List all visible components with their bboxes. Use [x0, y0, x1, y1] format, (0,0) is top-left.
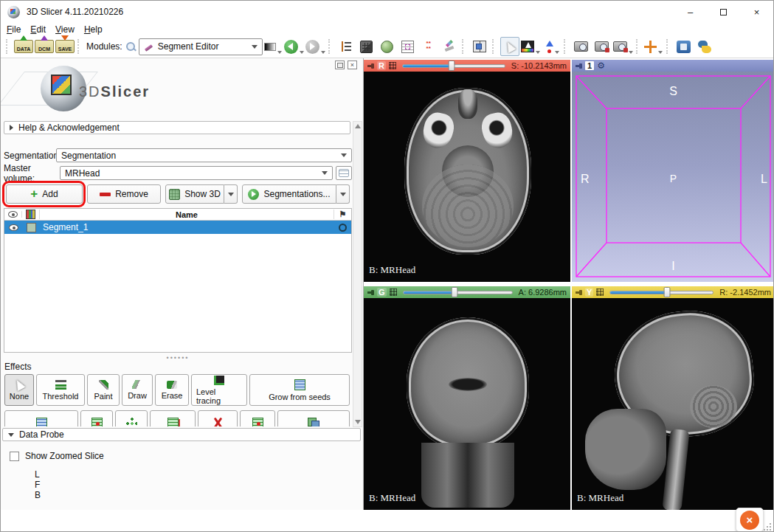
effect-paint-button[interactable]: Paint	[87, 374, 120, 406]
pin-icon[interactable]	[367, 63, 374, 69]
effect-level-tracing-button[interactable]: Level tracing	[191, 374, 247, 406]
segment-status-toggle[interactable]	[334, 224, 351, 232]
pin-icon[interactable]	[576, 289, 582, 296]
markups-button[interactable]: ****	[419, 37, 438, 56]
visibility-column-header[interactable]	[4, 211, 22, 218]
effect-grow-from-seeds-button[interactable]: Grow from seeds	[249, 374, 350, 406]
toolbar-grip[interactable]	[636, 39, 640, 54]
module-search-icon[interactable]	[125, 41, 137, 52]
toolbar-grip[interactable]	[492, 39, 496, 54]
toolbar-grip[interactable]	[564, 39, 567, 54]
effect-none-button[interactable]: None	[4, 374, 34, 406]
extensions-manager-button[interactable]	[674, 37, 694, 56]
panel-scrollbar[interactable]	[353, 121, 362, 427]
green-slice-slider[interactable]	[403, 287, 513, 297]
transforms-button[interactable]	[398, 37, 418, 56]
minimize-button[interactable]: –	[674, 1, 707, 23]
status-column-header[interactable]: ⚑	[334, 210, 351, 219]
menu-help[interactable]: Help	[84, 24, 109, 35]
segment-row[interactable]: Segment_1	[4, 221, 351, 234]
yellow-slice-viewport[interactable]: B: MRHead	[572, 298, 774, 510]
screenshot-button[interactable]	[572, 37, 591, 56]
close-panel-icon[interactable]: ×	[348, 61, 357, 69]
slider-handle[interactable]	[663, 287, 670, 297]
effect-logical-operators-button[interactable]	[277, 410, 350, 426]
crosshair-button[interactable]	[644, 37, 663, 56]
slider-handle[interactable]	[451, 287, 457, 297]
module-selector[interactable]: Segment Editor	[139, 38, 263, 55]
colors-button[interactable]	[521, 37, 540, 56]
undock-panel-icon[interactable]	[335, 61, 345, 69]
show-zoomed-slice-checkbox[interactable]	[10, 452, 19, 461]
threed-viewport[interactable]: S R P L I	[572, 72, 774, 282]
segmentation-selector[interactable]: Segmentation	[56, 148, 352, 162]
show-3d-dropdown[interactable]	[224, 184, 238, 204]
add-segment-button[interactable]: + Add	[6, 184, 83, 204]
back-button[interactable]	[284, 37, 304, 56]
segmentations-dropdown[interactable]	[336, 184, 350, 204]
effect-scissors-button[interactable]	[198, 410, 238, 426]
toolbar-grip[interactable]	[666, 39, 670, 54]
import-dicom-button[interactable]: DCM	[35, 37, 54, 56]
menu-edit[interactable]: Edit	[30, 24, 52, 35]
toolbar-grip[interactable]	[462, 39, 466, 54]
segment-color-swatch[interactable]	[22, 223, 40, 232]
data-probe-section[interactable]: Data Probe	[2, 428, 361, 441]
slider-handle[interactable]	[449, 61, 455, 71]
slice-menu-icon[interactable]	[389, 62, 396, 69]
segmentations-button[interactable]: Segmentations...	[242, 184, 336, 204]
show-3d-button[interactable]: Show 3D	[165, 184, 224, 204]
panel-splitter-handle[interactable]: ••••••	[1, 354, 355, 362]
scene-view-button[interactable]	[592, 37, 612, 56]
slice-menu-icon[interactable]	[596, 289, 604, 296]
toolbar-grip[interactable]	[328, 39, 332, 54]
scroll-up-icon[interactable]	[355, 124, 361, 128]
maximize-button[interactable]	[707, 1, 740, 23]
layout-button[interactable]	[470, 37, 489, 56]
specify-geometry-button[interactable]	[336, 166, 352, 180]
effect-islands-button[interactable]	[240, 410, 275, 426]
effect-margin-button[interactable]	[80, 410, 113, 426]
master-volume-selector[interactable]: MRHead	[60, 166, 333, 180]
module-history-button[interactable]	[263, 37, 283, 56]
scroll-down-icon[interactable]	[355, 420, 361, 424]
segment-visibility-toggle[interactable]	[4, 224, 22, 231]
mouse-interaction-button[interactable]	[500, 37, 519, 56]
volumes-button[interactable]	[357, 37, 376, 56]
help-acknowledgement-section[interactable]: Help & Acknowledgement	[4, 121, 350, 134]
toolbar-grip[interactable]	[6, 39, 10, 54]
load-data-button[interactable]: DATA	[14, 37, 33, 56]
close-button[interactable]: ×	[740, 1, 773, 23]
effect-erase-button[interactable]: Erase	[155, 374, 189, 406]
effect-hollow-button[interactable]	[150, 410, 196, 426]
effect-threshold-button[interactable]: Threshold	[36, 374, 85, 406]
module-tree-button[interactable]	[336, 37, 356, 56]
scene-view-icon	[595, 41, 609, 52]
place-markup-button[interactable]	[542, 37, 561, 56]
yellow-slice-slider[interactable]	[609, 287, 713, 297]
effect-draw-button[interactable]: Draw	[122, 374, 153, 406]
save-button[interactable]: SAVE	[55, 37, 75, 56]
forward-button[interactable]	[305, 37, 325, 56]
menu-file[interactable]: File	[7, 24, 27, 35]
overlay-close-button[interactable]: ×	[736, 508, 764, 532]
pin-icon[interactable]	[576, 63, 582, 69]
name-column-header[interactable]: Name	[40, 210, 334, 219]
menu-view[interactable]: View	[55, 24, 81, 35]
python-console-button[interactable]	[695, 37, 714, 56]
annotations-button[interactable]	[440, 37, 459, 56]
scene-view-restore-button[interactable]	[613, 37, 633, 56]
red-slice-slider[interactable]	[402, 61, 505, 71]
models-button[interactable]	[378, 37, 397, 56]
red-slice-viewport[interactable]: B: MRHead	[364, 72, 570, 282]
effect-smoothing-button[interactable]	[115, 410, 148, 426]
gear-icon[interactable]: ⚙	[597, 61, 605, 70]
slice-menu-icon[interactable]	[390, 289, 397, 296]
toolbar-grip[interactable]	[77, 39, 81, 54]
green-slice-viewport[interactable]: B: MRHead	[364, 298, 570, 510]
remove-segment-button[interactable]: Remove	[87, 184, 161, 204]
window-resize-grip[interactable]	[763, 522, 772, 531]
pin-icon[interactable]	[367, 289, 374, 296]
color-column-header[interactable]	[22, 210, 40, 219]
effect-fill-between-slices-button[interactable]	[4, 410, 78, 426]
